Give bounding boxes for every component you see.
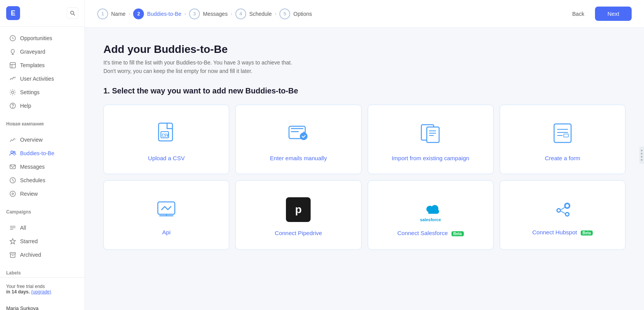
api-icon	[154, 198, 179, 221]
csv-icon: CSV	[154, 121, 179, 147]
resize-handle[interactable]	[639, 147, 644, 164]
step-2-circle: 2	[133, 8, 144, 19]
form-icon	[550, 121, 575, 147]
cards-row-2: Api p Connect Pipedrive salesforce Conne	[103, 180, 625, 250]
section-title: 1. Select the way you want to add new Bu…	[103, 86, 625, 95]
step-2-label: Buddies-to-Be	[147, 11, 181, 17]
wizard-header: 1 Name › 2 Buddies-to-Be › 3 Messages › …	[85, 0, 644, 28]
svg-rect-6	[10, 63, 15, 68]
step-3-label: Messages	[203, 11, 228, 17]
step-sep-4: ›	[275, 11, 276, 17]
svg-line-1	[74, 14, 75, 16]
step-5-label: Options	[293, 11, 312, 17]
card-import[interactable]: Import from existing campaign	[368, 105, 494, 174]
sidebar-item-all[interactable]: All	[3, 221, 81, 234]
campaign-section-label: Новая кампания	[0, 117, 85, 128]
sidebar-item-user-activities[interactable]: User Activities	[3, 72, 81, 85]
svg-point-18	[10, 191, 15, 197]
import-label: Import from existing campaign	[392, 155, 469, 161]
sidebar-item-starred[interactable]: Starred	[3, 235, 81, 248]
step-1-circle: 1	[97, 8, 108, 19]
svg-line-51	[561, 211, 566, 214]
hubspot-label: Connect Hubspot Beta	[532, 229, 593, 235]
card-pipedrive[interactable]: p Connect Pipedrive	[235, 180, 361, 250]
svg-rect-36	[554, 124, 571, 142]
labels-section-label: Labels	[0, 266, 85, 277]
pipedrive-icon: p	[286, 197, 311, 222]
campaigns-section-label: Campaigns	[0, 205, 85, 216]
search-button[interactable]	[67, 7, 78, 19]
sidebar-item-templates[interactable]: Templates	[3, 59, 81, 72]
salesforce-icon: salesforce	[417, 197, 445, 222]
card-api[interactable]: Api	[103, 180, 229, 250]
sidebar-item-opportunities[interactable]: Opportunities	[3, 32, 81, 45]
header-actions: Back Next	[566, 7, 632, 21]
page-content: Add your Buddies-to-Be It's time to fill…	[85, 28, 644, 310]
csv-label: Upload a CSV	[148, 155, 185, 161]
svg-point-19	[12, 193, 14, 195]
svg-rect-24	[10, 252, 15, 254]
sidebar: E Opportunities Graveyard Templates	[0, 0, 85, 310]
card-salesforce[interactable]: salesforce Connect Salesforce Beta	[368, 180, 494, 250]
svg-line-17	[13, 180, 14, 181]
salesforce-label: Connect Salesforce Beta	[397, 230, 464, 236]
svg-point-12	[11, 151, 13, 153]
step-1-label: Name	[111, 11, 125, 17]
svg-point-45	[566, 204, 569, 207]
card-hubspot[interactable]: Connect Hubspot Beta	[500, 180, 625, 250]
sidebar-item-buddies-to-be[interactable]: Buddies-to-Be	[3, 147, 81, 160]
card-form[interactable]: Create a form	[500, 105, 625, 174]
app-logo: E	[6, 6, 20, 20]
page-subtitle-2: Don't worry, you can keep the list empty…	[103, 68, 625, 74]
svg-line-50	[561, 207, 566, 210]
email-icon	[286, 121, 311, 147]
card-email[interactable]: Enter emails manually	[235, 105, 361, 174]
upgrade-link[interactable]: (upgrade)	[31, 289, 51, 295]
breadcrumb: 1 Name › 2 Buddies-to-Be › 3 Messages › …	[97, 8, 312, 19]
step-4-circle: 4	[235, 8, 246, 19]
svg-point-9	[12, 91, 14, 93]
step-4-label: Schedule	[249, 11, 272, 17]
card-csv[interactable]: CSV Upload a CSV	[103, 105, 229, 174]
import-icon	[418, 121, 443, 147]
pipedrive-label: Connect Pipedrive	[275, 230, 322, 236]
page-title: Add your Buddies-to-Be	[103, 43, 625, 56]
svg-point-11	[13, 107, 13, 108]
svg-text:CSV: CSV	[162, 133, 169, 137]
hubspot-icon	[550, 198, 575, 221]
svg-point-49	[566, 213, 568, 215]
svg-point-30	[300, 132, 308, 140]
svg-point-47	[558, 209, 560, 212]
sidebar-item-messages[interactable]: Messages	[3, 160, 81, 173]
step-3-circle: 3	[189, 8, 200, 19]
cards-row-1: CSV Upload a CSV Enter emails manually	[103, 105, 625, 174]
sidebar-item-overview[interactable]: Overview	[3, 133, 81, 146]
sidebar-item-schedules[interactable]: Schedules	[3, 174, 81, 187]
sidebar-item-archived[interactable]: Archived	[3, 248, 81, 261]
svg-rect-40	[564, 134, 568, 137]
main-area: 1 Name › 2 Buddies-to-Be › 3 Messages › …	[85, 0, 644, 310]
sidebar-item-help[interactable]: Help	[3, 99, 81, 112]
api-label: Api	[162, 229, 171, 235]
trial-info: Your free trial ends in 14 days. (upgrad…	[0, 277, 85, 301]
step-sep-3: ›	[231, 11, 232, 17]
step-sep-1: ›	[128, 11, 130, 17]
sidebar-header: E	[0, 0, 85, 27]
svg-rect-32	[427, 127, 439, 142]
form-label: Create a form	[545, 155, 580, 161]
campaign-nav: Overview Buddies-to-Be Messages Schedule…	[0, 128, 85, 205]
user-name: Maria Surkova	[0, 301, 85, 310]
svg-marker-23	[10, 239, 15, 244]
sidebar-item-settings[interactable]: Settings	[3, 86, 81, 99]
page-subtitle-1: It's time to fill the list with your Bud…	[103, 59, 625, 66]
svg-point-0	[71, 11, 74, 14]
step-sep-2: ›	[184, 11, 186, 17]
sidebar-item-review[interactable]: Review	[3, 187, 81, 200]
email-label: Enter emails manually	[270, 155, 327, 161]
sidebar-item-graveyard[interactable]: Graveyard	[3, 45, 81, 58]
next-button[interactable]: Next	[595, 7, 632, 21]
campaigns-nav: All Starred Archived	[0, 216, 85, 266]
svg-rect-3	[11, 49, 14, 53]
back-button[interactable]: Back	[566, 8, 590, 20]
svg-point-13	[14, 151, 15, 153]
